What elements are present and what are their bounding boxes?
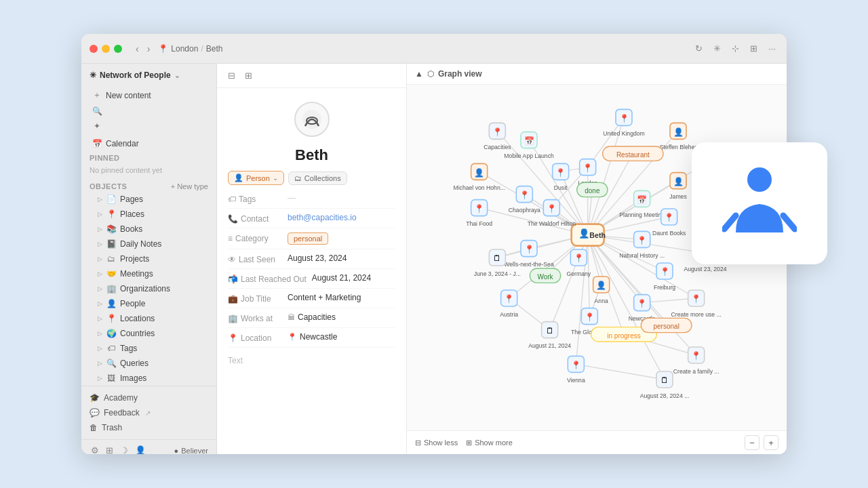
svg-text:📍: 📍	[637, 298, 647, 308]
breadcrumb-icon: 📍	[158, 44, 168, 54]
svg-text:August 21, 2024: August 21, 2024	[528, 342, 571, 349]
moon-icon[interactable]: ☽	[119, 444, 130, 454]
sidebar-item-pages[interactable]: ▷ 📄 Pages	[84, 192, 214, 207]
company-name[interactable]: Capacities	[298, 312, 336, 322]
sidebar-item-queries[interactable]: ▷ 🔍 Queries	[84, 356, 214, 371]
graph-node-beth[interactable]: 👤Beth	[572, 224, 606, 246]
graph-node-uk[interactable]: 📍United Kingdom	[603, 109, 645, 137]
zoom-out-button[interactable]: −	[745, 435, 760, 450]
sidebar-item-calendar[interactable]: 📅 Calendar	[84, 136, 214, 151]
breadcrumb-beth[interactable]: Beth	[206, 44, 223, 54]
trash-icon: 🗑	[90, 423, 98, 432]
sidebar-item-feedback[interactable]: 💬 Feedback ↗	[81, 405, 216, 420]
sidebar-item-countries[interactable]: ▷ 🌍 Countries	[84, 326, 214, 341]
sidebar-item-meetings[interactable]: ▷ 🤝 Meetings	[84, 266, 214, 281]
workspace-icon: ✳	[90, 70, 96, 80]
graph-node-michaelvon[interactable]: 👤Michael von Hohn...	[453, 163, 505, 191]
location-name[interactable]: Newcastle	[300, 332, 337, 342]
sidebar-item-academy[interactable]: 🎓 Academy	[81, 390, 216, 405]
sidebar-item-daily-notes[interactable]: ▷ 📓 Daily Notes	[84, 237, 214, 251]
sidebar-item-projects[interactable]: ▷ 🗂 Projects	[84, 251, 214, 266]
magic-button[interactable]: ✦	[84, 119, 214, 134]
graph-node-aug21[interactable]: 🗒August 21, 2024	[528, 322, 571, 350]
nav-arrows: ‹ ›	[133, 42, 153, 56]
svg-point-145	[747, 167, 772, 192]
graph-node-personal[interactable]: personal	[641, 318, 692, 332]
sidebar-item-organizations[interactable]: ▷ 🏢 Organizations	[84, 281, 214, 296]
show-less-button[interactable]: ⊟ Show less	[415, 439, 458, 447]
sidebar-item-locations[interactable]: ▷ 📍 Locations	[84, 311, 214, 326]
field-last-reached-label: 📬 Last Reached Out	[228, 273, 307, 284]
svg-text:Planning Meeting: Planning Meeting	[619, 211, 665, 218]
svg-text:🗒: 🗒	[660, 375, 669, 385]
graph-node-mobileapp[interactable]: 📅Mobile App Launch	[504, 132, 554, 160]
collections-tag[interactable]: 🗂 Collections	[288, 171, 347, 185]
sidebar-item-tags[interactable]: ▷ 🏷 Tags	[84, 341, 214, 356]
graph-node-thaifood[interactable]: 📍Thai Food	[466, 200, 492, 228]
maximize-button[interactable]	[114, 45, 122, 53]
layout-toggle-button[interactable]: ⊟	[225, 69, 238, 82]
search-button[interactable]: 🔍	[84, 104, 214, 119]
graph-node-createfamily[interactable]: 📍Create a family ...	[673, 347, 719, 375]
organizations-icon: 🏢	[106, 284, 116, 293]
graph-node-planning[interactable]: 📅Planning Meeting	[619, 190, 665, 218]
minimize-button[interactable]	[102, 45, 110, 53]
layout-icon[interactable]: ⊞	[747, 42, 760, 55]
graph-zoom: − +	[745, 435, 778, 450]
back-button[interactable]: ‹	[133, 42, 142, 56]
close-button[interactable]	[90, 45, 98, 53]
svg-text:Freiburg: Freiburg	[654, 284, 675, 291]
graph-collapse-icon[interactable]: ▲	[415, 69, 423, 79]
graph-node-aug28[interactable]: 🗒August 28, 2024 ...	[640, 371, 690, 399]
person-icon[interactable]: 👤	[134, 444, 147, 454]
forward-button[interactable]: ›	[144, 42, 153, 56]
zoom-in-button[interactable]: +	[764, 435, 778, 450]
graph-node-restaurant[interactable]: Restaurant	[603, 146, 663, 161]
graph-node-steffen[interactable]: 👤Steffen Bleher	[660, 123, 697, 150]
show-more-button[interactable]: ⊞ Show more	[466, 439, 513, 447]
graph-node-vienna[interactable]: 📍Vienna	[567, 356, 585, 384]
contact-link[interactable]: beth@capacities.io	[288, 213, 357, 222]
graph-node-work[interactable]: Work	[530, 268, 560, 283]
grid-icon[interactable]: ⊞	[104, 444, 115, 454]
graph-node-chaophraya[interactable]: 📍Chaophraya	[509, 186, 540, 214]
meetings-icon: 🤝	[106, 269, 116, 279]
sidebar-item-people[interactable]: ▷ 👤 People	[84, 296, 214, 311]
category-badge[interactable]: personal	[288, 232, 328, 245]
person-tag-icon: 👤	[234, 174, 243, 182]
graph-node-capacities[interactable]: 📍Capacities	[484, 123, 511, 150]
app-window: ‹ › 📍 London / Beth ↻ ✳ ⊹ ⊞ ··· ✳	[81, 34, 787, 454]
graph-node-dusit[interactable]: 📍Dusit	[553, 163, 569, 191]
new-content-button[interactable]: ＋ New content	[84, 87, 214, 104]
new-type-button[interactable]: + New type	[171, 182, 208, 190]
graph-footer-left: ⊟ Show less ⊞ Show more	[415, 439, 513, 447]
field-contact-label: 📞 Contact	[228, 213, 282, 224]
graph-node-anna[interactable]: 👤Anna	[593, 277, 610, 304]
sidebar-item-trash[interactable]: 🗑 Trash	[81, 420, 216, 435]
more-icon[interactable]: ···	[766, 42, 778, 55]
graph-node-done[interactable]: done	[577, 182, 608, 197]
bookmark-icon[interactable]: ⊹	[729, 42, 742, 55]
person-tag[interactable]: 👤 Person ⌄	[228, 171, 284, 185]
field-tags-value[interactable]: —	[288, 193, 395, 203]
svg-text:Dusit: Dusit	[554, 184, 568, 191]
sidebar-item-books[interactable]: ▷ 📚 Books	[84, 222, 214, 237]
graph-node-createmore[interactable]: 📍Create more use ...	[671, 290, 722, 318]
show-more-icon: ⊞	[466, 439, 472, 447]
graph-node-james[interactable]: 👤James	[669, 173, 687, 201]
sidebar-item-images[interactable]: ▷ 🖼 Images	[84, 371, 214, 386]
graph-node-austria[interactable]: 📍Austria	[500, 290, 518, 318]
expand-button[interactable]: ⊞	[242, 69, 255, 82]
field-job-title-value: Content + Marketing	[288, 293, 395, 302]
detail-fields: 🏷 Tags — 📞 Contact beth@capacities.io	[217, 189, 406, 348]
graph-node-freiburg[interactable]: 📍Freiburg	[654, 263, 675, 291]
sync-icon[interactable]: ↻	[692, 42, 705, 55]
sidebar-footer: ⚙ ⊞ ☽ 👤 ● Believer	[81, 439, 216, 454]
svg-text:Chaophraya: Chaophraya	[509, 207, 540, 214]
graph-node-germany[interactable]: 📍Germany	[567, 249, 591, 277]
settings-icon[interactable]: ⚙	[90, 444, 100, 454]
sidebar-item-places[interactable]: ▷ 📍 Places	[84, 207, 214, 222]
field-last-reached-value: August 21, 2024	[312, 273, 395, 283]
star-icon[interactable]: ✳	[711, 42, 724, 55]
breadcrumb-london[interactable]: London	[171, 44, 198, 54]
